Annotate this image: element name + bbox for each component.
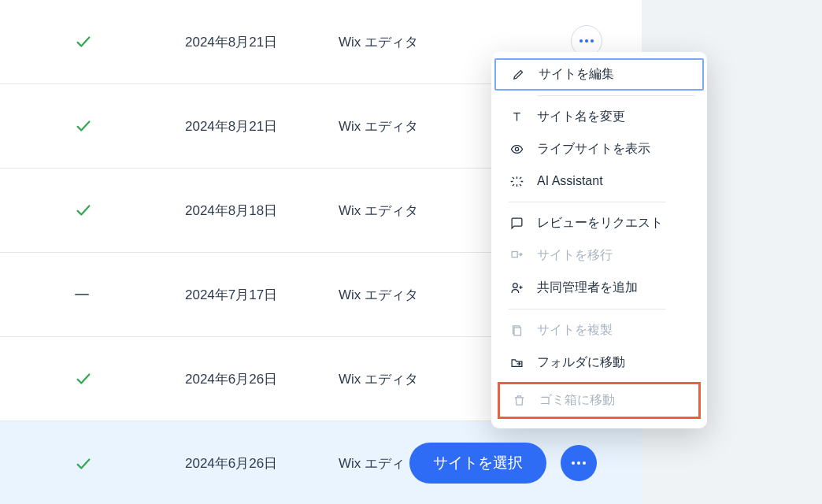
menu-item-edit-site[interactable]: サイトを編集 — [494, 58, 704, 91]
dot-icon — [579, 39, 583, 43]
menu-item-view-live-site[interactable]: ライブサイトを表示 — [491, 133, 707, 165]
divider — [509, 309, 666, 309]
menu-item-label: サイト名を変更 — [537, 109, 625, 125]
chat-icon — [509, 216, 524, 232]
select-site-button[interactable]: サイトを選択 — [409, 443, 546, 484]
menu-item-label: レビューをリクエスト — [537, 215, 663, 232]
menu-item-transfer-site: サイトを移行 — [491, 239, 707, 272]
editor-cell: Wix エディタ — [339, 117, 418, 135]
menu-item-move-to-trash: ゴミ箱に移動 — [498, 382, 701, 419]
divider — [509, 202, 666, 202]
menu-item-ai-assistant[interactable]: AI Assistant — [491, 165, 707, 197]
dot-icon — [577, 461, 580, 465]
menu-item-rename-site[interactable]: サイト名を変更 — [491, 101, 707, 133]
menu-item-label: ライブサイトを表示 — [537, 141, 650, 158]
check-icon — [75, 117, 92, 135]
menu-item-duplicate-site: サイトを複製 — [491, 314, 707, 346]
date-cell: 2024年8月21日 — [185, 117, 339, 135]
transfer-icon — [509, 248, 524, 264]
check-icon — [75, 33, 92, 50]
editor-cell: Wix エディ — [339, 454, 405, 472]
svg-point-2 — [513, 284, 517, 288]
user-plus-icon — [509, 280, 524, 296]
text-icon — [509, 109, 524, 125]
status-cell — [75, 202, 185, 219]
status-cell — [75, 294, 185, 295]
check-icon — [75, 370, 92, 387]
menu-item-label: ゴミ箱に移動 — [539, 392, 615, 409]
svg-rect-3 — [513, 328, 520, 335]
svg-rect-1 — [512, 252, 517, 258]
folder-icon — [509, 355, 524, 371]
dot-icon — [591, 39, 594, 43]
editor-cell: Wix エディタ — [339, 286, 418, 304]
date-cell: 2024年8月21日 — [185, 33, 339, 51]
date-cell: 2024年7月17日 — [185, 286, 339, 304]
pencil-icon — [510, 67, 526, 83]
sparkle-icon — [509, 173, 524, 189]
menu-item-label: サイトを移行 — [537, 247, 613, 264]
context-menu: サイトを編集 サイト名を変更 ライブサイトを表示 AI Assistant レビ… — [491, 52, 707, 428]
trash-icon — [511, 393, 527, 409]
bottom-overflow-button[interactable] — [561, 445, 597, 481]
svg-point-0 — [515, 147, 518, 150]
dot-icon — [585, 39, 588, 43]
status-cell — [75, 370, 185, 387]
editor-cell: Wix エディタ — [339, 202, 418, 220]
menu-item-label: サイトを複製 — [537, 322, 613, 339]
dot-icon — [572, 461, 575, 465]
menu-item-request-review[interactable]: レビューをリクエスト — [491, 207, 707, 239]
check-icon — [75, 202, 92, 219]
copy-icon — [509, 323, 524, 339]
date-cell: 2024年6月26日 — [185, 454, 339, 472]
status-cell — [75, 33, 185, 50]
editor-cell: Wix エディタ — [339, 370, 418, 388]
divider — [537, 95, 694, 96]
dot-icon — [583, 461, 586, 465]
menu-item-move-to-folder[interactable]: フォルダに移動 — [491, 346, 707, 379]
menu-item-label: 共同管理者を追加 — [537, 280, 638, 296]
menu-item-label: AI Assistant — [537, 174, 603, 188]
date-cell: 2024年8月18日 — [185, 202, 339, 220]
editor-cell: Wix エディタ — [339, 33, 418, 51]
menu-item-label: サイトを編集 — [539, 66, 614, 83]
status-cell — [75, 455, 185, 472]
eye-icon — [509, 142, 524, 158]
menu-item-label: フォルダに移動 — [537, 354, 625, 371]
dash-icon — [75, 294, 89, 295]
check-icon — [75, 455, 92, 472]
menu-item-add-collaborator[interactable]: 共同管理者を追加 — [491, 272, 707, 304]
status-cell — [75, 117, 185, 135]
date-cell: 2024年6月26日 — [185, 370, 339, 388]
